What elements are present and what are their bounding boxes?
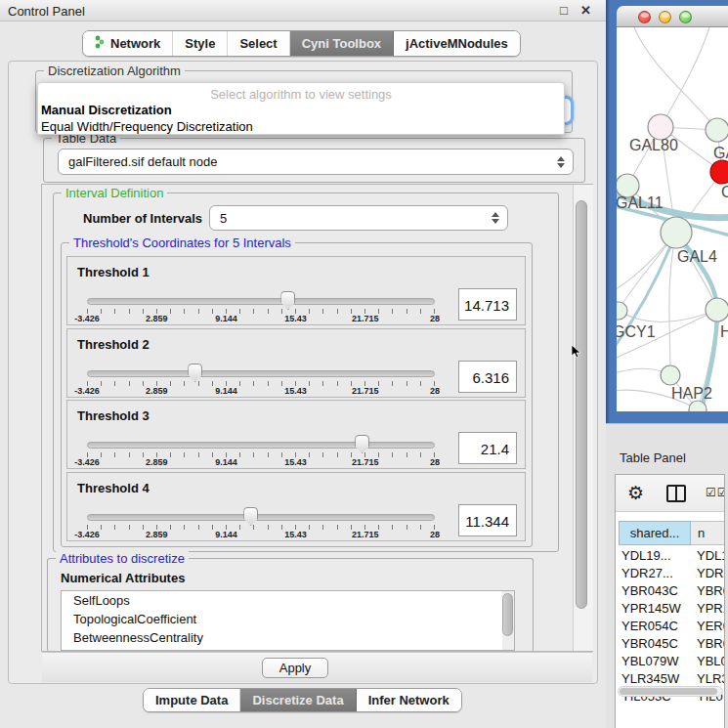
panel-vscrollbar-thumb[interactable] (576, 200, 587, 609)
table-data-combobox[interactable]: galFiltered.sif default node (58, 149, 574, 175)
slider-track (87, 370, 435, 377)
threshold-1-label: Threshold 1 (77, 265, 150, 279)
slider-handle[interactable] (355, 435, 369, 453)
table-toolbar: ⚙ ☑☑ (616, 475, 724, 512)
interval-group-label: Interval Definition (62, 186, 167, 200)
node-label-partial-ga: GA (713, 145, 728, 162)
tab-network[interactable]: Network (83, 31, 173, 56)
column-header-name[interactable]: n (691, 521, 725, 545)
slider-handle[interactable] (188, 364, 202, 382)
table-panel: Table Panel ⚙ ☑☑ shared... n YDL19...YDL… (606, 423, 728, 728)
attributes-list[interactable]: SelfLoops TopologicalCoefficient Between… (61, 590, 515, 651)
zoom-traffic-light-icon[interactable] (679, 11, 692, 23)
tab-style[interactable]: Style (173, 31, 228, 56)
slider-handle[interactable] (243, 507, 258, 526)
table-row[interactable]: YBR045CYBR0 (619, 636, 725, 654)
tab-discretize-data[interactable]: Discretize Data (240, 689, 356, 711)
network-graph (617, 27, 728, 411)
slider-track (87, 298, 435, 305)
node-label-gcy1: GCY1 (617, 323, 656, 341)
dropdown-prompt: Select algorithm to view settings (38, 87, 564, 102)
threshold-4-value-field[interactable]: 11.344 (458, 504, 517, 536)
apply-strip: Apply (42, 652, 592, 682)
stepper-icon (557, 156, 566, 168)
node-label-gal11: GAL11 (617, 194, 664, 212)
gear-icon[interactable]: ⚙ (627, 482, 644, 504)
thresholds-group-label: Threshold's Coordinates for 5 Intervals (69, 236, 295, 250)
table-row[interactable]: YER054CYER0 (619, 619, 725, 636)
node-label-partial-h: H (720, 323, 728, 341)
tab-cyni-toolbox[interactable]: Cyni Toolbox (290, 31, 394, 56)
dropdown-item-manual[interactable]: Manual Discretization (41, 103, 172, 117)
float-window-icon[interactable]: □ (560, 3, 568, 18)
table-data-groupbox: Table Data galFiltered.sif default node (43, 138, 585, 183)
table-row[interactable]: YPR145WYPR1 (619, 601, 725, 619)
network-canvas[interactable]: GAL80 GA C GAL11 GAL4 GCY1 H HAP2 (617, 27, 728, 411)
num-intervals-value: 5 (220, 211, 227, 226)
slider-track (87, 442, 435, 449)
attributes-vscrollbar[interactable] (502, 591, 514, 650)
attributes-vscrollbar-thumb[interactable] (502, 593, 513, 636)
threshold-1-panel: Threshold 1 -3.426 2.859 9.144 15.43 21.… (66, 256, 526, 325)
panel-vscrollbar[interactable] (573, 185, 593, 651)
slider-tick-labels: -3.426 2.859 9.144 15.43 21.715 28 (87, 457, 435, 469)
threshold-2-slider[interactable] (87, 366, 435, 380)
tab-select[interactable]: Select (228, 31, 289, 56)
threshold-1-value-field[interactable]: 14.713 (458, 288, 517, 321)
close-traffic-light-icon[interactable] (638, 11, 651, 23)
threshold-4-panel: Threshold 4 -3.426 2.859 9.144 15.43 21.… (66, 472, 526, 541)
table-data-value: galFiltered.sif default node (68, 154, 217, 169)
numerical-attributes-label: Numerical Attributes (61, 571, 185, 585)
control-panel-titlebar: Control Panel □ ✕ (0, 0, 606, 21)
threshold-2-panel: Threshold 2 -3.426 2.859 9.144 15.43 21.… (66, 328, 526, 398)
table-row[interactable]: YDR27...YDR2 (619, 566, 725, 583)
slider-tick-labels: -3.426 2.859 9.144 15.43 21.715 28 (87, 386, 435, 398)
num-intervals-combobox[interactable]: 5 (209, 205, 508, 231)
threshold-4-label: Threshold 4 (77, 481, 150, 495)
mouse-cursor (571, 344, 582, 360)
slider-track (87, 514, 435, 521)
threshold-1-slider[interactable] (87, 294, 435, 308)
node-label-gal4: GAL4 (677, 248, 717, 266)
list-item[interactable]: SelfLoops (62, 591, 514, 610)
list-item[interactable]: BetweennessCentrality (62, 628, 514, 647)
column-header-shared-name[interactable]: shared... (619, 521, 691, 545)
minimize-traffic-light-icon[interactable] (659, 11, 671, 23)
table-hscrollbar[interactable] (618, 686, 723, 697)
tab-impute-data[interactable]: Impute Data (144, 689, 240, 711)
network-window-frame: GAL80 GA C GAL11 GAL4 GCY1 H HAP2 (606, 0, 728, 423)
table-panel-title: Table Panel (620, 450, 686, 465)
apply-button[interactable]: Apply (262, 658, 328, 678)
table-row[interactable]: YBL079WYBL0 (619, 654, 725, 671)
network-window-titlebar (617, 6, 728, 27)
threshold-3-panel: Threshold 3 -3.426 2.859 9.144 15.43 21.… (66, 400, 526, 469)
columns-icon[interactable] (666, 485, 686, 502)
table-row[interactable]: YBR043CYBR0 (619, 583, 725, 601)
select-checkboxes-icon[interactable]: ☑☑ (706, 486, 725, 499)
algorithm-group-label: Discretization Algorithm (44, 64, 185, 78)
slider-handle[interactable] (280, 291, 295, 310)
close-icon[interactable]: ✕ (580, 3, 591, 18)
tab-jactivemnodules[interactable]: jActiveMNodules (394, 31, 520, 56)
dropdown-item-equal-width[interactable]: Equal Width/Frequency Discretization (41, 119, 253, 134)
list-item[interactable]: TopologicalCoefficient (62, 610, 514, 628)
node-label-hap2: HAP2 (671, 385, 712, 403)
stepper-icon (492, 212, 500, 224)
threshold-3-value-field[interactable]: 21.4 (458, 432, 517, 464)
table-hscrollbar-thumb[interactable] (620, 688, 717, 695)
slider-tick-labels: -3.426 2.859 9.144 15.43 21.715 28 (87, 530, 435, 541)
threshold-3-slider[interactable] (87, 438, 435, 451)
attributes-group-label: Attributes to discretize (56, 551, 189, 566)
network-icon (95, 35, 106, 52)
threshold-3-label: Threshold 3 (77, 408, 150, 423)
tab-infer-network[interactable]: Infer Network (357, 689, 461, 711)
table-row[interactable]: YDL19...YDL1 (619, 548, 725, 566)
num-intervals-label: Number of Intervals (83, 211, 202, 226)
table-panel-body: ⚙ ☑☑ shared... n YDL19...YDL1 YDR27...YD… (615, 474, 725, 728)
panel-title: Control Panel (8, 4, 85, 19)
threshold-2-value-field[interactable]: 6.316 (458, 361, 517, 393)
bottom-tabs: Impute Data Discretize Data Infer Networ… (143, 688, 462, 712)
control-panel-tabs: Network Style Select Cyni Toolbox jActiv… (82, 30, 521, 57)
threshold-4-slider[interactable] (87, 510, 435, 524)
node-label-gal80: GAL80 (629, 137, 678, 154)
